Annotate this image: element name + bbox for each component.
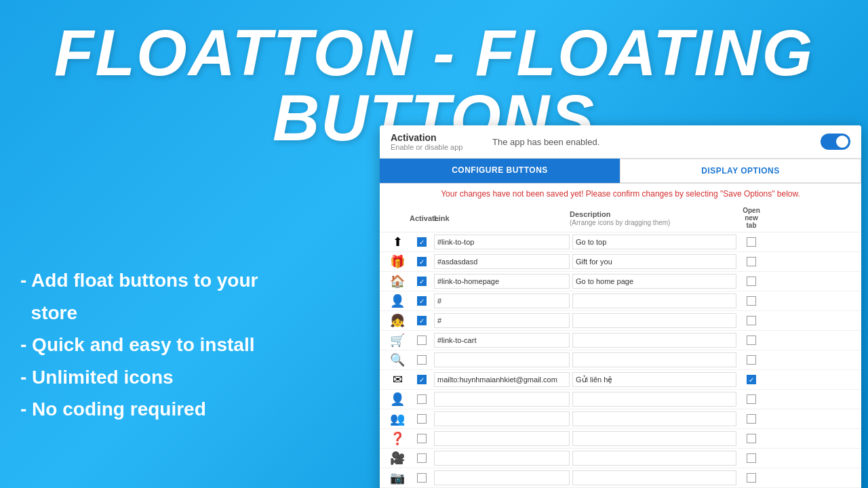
row-desc-input-2[interactable] xyxy=(572,274,736,289)
warning-message: Your changes have not been saved yet! Pl… xyxy=(380,184,861,204)
row-desc-input-4[interactable] xyxy=(572,313,736,328)
table-row: 🏠 xyxy=(380,272,861,291)
row-checkbox-11[interactable] xyxy=(417,453,427,463)
row-desc-input-1[interactable] xyxy=(572,254,736,269)
row-checkbox-0[interactable] xyxy=(417,237,427,247)
row-link-input-10[interactable] xyxy=(434,431,570,446)
row-opentab-checkbox-4[interactable] xyxy=(747,316,756,325)
row-link-input-0[interactable] xyxy=(434,235,570,249)
table-row: 👥 xyxy=(380,409,861,429)
row-opentab-checkbox-6[interactable] xyxy=(747,355,756,365)
row-opentab-checkbox-9[interactable] xyxy=(747,414,756,424)
row-desc-input-12[interactable] xyxy=(572,470,736,485)
row-icon-6: 🔍 xyxy=(385,352,410,367)
row-opentab-checkbox-8[interactable] xyxy=(747,394,756,404)
table-row: 👤 xyxy=(380,291,861,311)
row-desc-input-3[interactable] xyxy=(572,293,736,308)
row-link-input-9[interactable] xyxy=(434,411,570,426)
row-icon-3: 👤 xyxy=(385,293,410,308)
row-link-input-11[interactable] xyxy=(434,451,570,466)
row-desc-input-10[interactable] xyxy=(572,431,736,446)
table-row: 🎥 xyxy=(380,449,861,468)
feature-2: - Quick and easy to install xyxy=(20,329,258,361)
col-open-new-tab: Open new tab xyxy=(739,207,764,229)
row-link-input-6[interactable] xyxy=(434,352,570,367)
row-icon-8: 👤 xyxy=(385,392,410,407)
tab-configure-buttons[interactable]: CONFIGURE BUTTONS xyxy=(380,159,620,183)
row-link-input-2[interactable] xyxy=(434,274,570,289)
table-row: 👤 xyxy=(380,390,861,409)
row-icon-11: 🎥 xyxy=(385,451,410,466)
row-checkbox-4[interactable] xyxy=(417,316,427,325)
row-checkbox-8[interactable] xyxy=(417,394,427,404)
feature-1: - Add float buttons to your store xyxy=(20,264,258,329)
row-icon-10: ❓ xyxy=(385,431,410,446)
row-checkbox-5[interactable] xyxy=(417,336,427,345)
row-opentab-checkbox-2[interactable] xyxy=(747,277,756,286)
row-opentab-checkbox-7[interactable] xyxy=(747,375,756,384)
feature-4: - No coding required xyxy=(20,393,258,426)
row-icon-0: ⬆ xyxy=(385,235,410,249)
row-checkbox-1[interactable] xyxy=(417,257,427,266)
row-opentab-checkbox-10[interactable] xyxy=(747,434,756,443)
row-desc-input-5[interactable] xyxy=(572,333,736,348)
row-link-input-8[interactable] xyxy=(434,392,570,407)
row-desc-input-0[interactable] xyxy=(572,235,736,249)
row-icon-5: 🛒 xyxy=(385,333,410,348)
row-link-input-4[interactable] xyxy=(434,313,570,328)
table-rows: ⬆🎁🏠👤👧🛒🔍✉👤👥❓🎥📷🌐🆘⚙📚 xyxy=(380,232,861,488)
row-icon-1: 🎁 xyxy=(385,254,410,269)
row-checkbox-9[interactable] xyxy=(417,414,427,424)
features-list: - Add float buttons to your store - Quic… xyxy=(20,264,258,426)
row-link-input-7[interactable] xyxy=(434,372,570,387)
activation-toggle[interactable] xyxy=(821,134,850,150)
row-icon-4: 👧 xyxy=(385,313,410,328)
table-header: Activate Link Description (Arrange icons… xyxy=(380,204,861,232)
activation-subtitle: Enable or disable app xyxy=(391,143,486,151)
col-link: Link xyxy=(434,214,570,222)
right-panel: Activation Enable or disable app The app… xyxy=(380,125,861,488)
activation-label: Activation Enable or disable app xyxy=(391,132,486,151)
row-checkbox-6[interactable] xyxy=(417,355,427,365)
row-opentab-checkbox-11[interactable] xyxy=(747,453,756,463)
tabs: CONFIGURE BUTTONS DISPLAY OPTIONS xyxy=(380,159,861,184)
row-opentab-checkbox-5[interactable] xyxy=(747,336,756,345)
table-row: ✉ xyxy=(380,370,861,390)
row-checkbox-3[interactable] xyxy=(417,296,427,306)
col-description: Description (Arrange icons by dragging t… xyxy=(570,210,739,226)
row-checkbox-12[interactable] xyxy=(417,473,427,483)
row-opentab-checkbox-12[interactable] xyxy=(747,473,756,483)
row-desc-input-6[interactable] xyxy=(572,352,736,367)
row-desc-input-9[interactable] xyxy=(572,411,736,426)
row-link-input-3[interactable] xyxy=(434,293,570,308)
table-row: 🔍 xyxy=(380,350,861,370)
tab-display-options[interactable]: DISPLAY OPTIONS xyxy=(620,159,861,183)
table-area: Activate Link Description (Arrange icons… xyxy=(380,204,861,488)
row-desc-input-8[interactable] xyxy=(572,392,736,407)
row-icon-7: ✉ xyxy=(385,372,410,387)
row-icon-12: 📷 xyxy=(385,470,410,485)
row-icon-9: 👥 xyxy=(385,411,410,426)
feature-3: - Unlimited icons xyxy=(20,361,258,394)
row-opentab-checkbox-3[interactable] xyxy=(747,296,756,306)
table-row: 👧 xyxy=(380,311,861,331)
table-row: 🛒 xyxy=(380,331,861,350)
row-checkbox-7[interactable] xyxy=(417,375,427,384)
row-checkbox-10[interactable] xyxy=(417,434,427,443)
row-icon-2: 🏠 xyxy=(385,274,410,289)
row-opentab-checkbox-1[interactable] xyxy=(747,257,756,266)
row-link-input-5[interactable] xyxy=(434,333,570,348)
row-desc-input-11[interactable] xyxy=(572,451,736,466)
activation-status: The app has been enabled. xyxy=(486,137,821,147)
row-link-input-12[interactable] xyxy=(434,470,570,485)
row-desc-input-7[interactable] xyxy=(572,372,736,387)
row-link-input-1[interactable] xyxy=(434,254,570,269)
activation-title: Activation xyxy=(391,132,486,143)
row-checkbox-2[interactable] xyxy=(417,277,427,286)
table-row: 🎁 xyxy=(380,252,861,272)
col-activate: Activate xyxy=(410,214,434,222)
table-row: ❓ xyxy=(380,429,861,449)
activation-bar: Activation Enable or disable app The app… xyxy=(380,125,861,159)
table-row: ⬆ xyxy=(380,232,861,252)
row-opentab-checkbox-0[interactable] xyxy=(747,237,756,247)
